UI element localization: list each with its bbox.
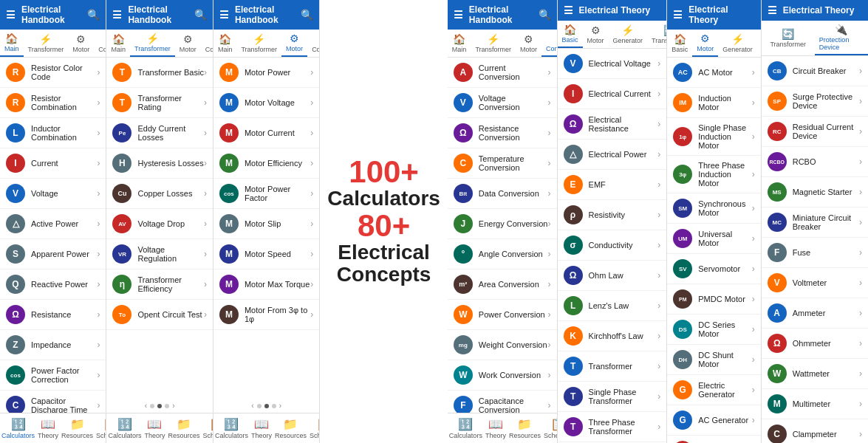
list-item[interactable]: ICurrent›	[0, 148, 106, 179]
scroll-right-2[interactable]: ›	[172, 402, 174, 410]
nav-theory-4[interactable]: 📖Theory	[484, 413, 508, 443]
list-item[interactable]: RResistor Combination›	[0, 88, 106, 118]
tab-main-2[interactable]: 🏠Main	[106, 30, 130, 56]
list-item[interactable]: EEMF›	[558, 170, 667, 200]
list-item[interactable]: TSingle Phase Transformer›	[558, 382, 667, 412]
list-item[interactable]: GDC Generator›	[667, 436, 760, 443]
list-item[interactable]: ΩOhmmeter›	[762, 329, 868, 359]
list-item[interactable]: ΩResistance Conversion›	[448, 118, 557, 148]
search-icon-4[interactable]: 🔍	[539, 9, 551, 21]
list-item[interactable]: ACAC Motor›	[667, 58, 760, 88]
list-item[interactable]: CCapacitor Discharge Time›	[0, 391, 106, 413]
list-item[interactable]: MMultimeter›	[762, 389, 868, 419]
list-item[interactable]: AAmmeter›	[762, 298, 868, 329]
list-item[interactable]: ZImpedance›	[0, 330, 106, 360]
nav-calculators-1[interactable]: 🔢Calculators	[0, 413, 36, 443]
tab-main-1[interactable]: 🏠Main	[0, 30, 24, 57]
tab-transformer-1[interactable]: ⚡Transformer	[24, 30, 69, 56]
tab-basic-6[interactable]: 🏠Basic	[667, 30, 692, 56]
list-item[interactable]: IMInduction Motor›	[667, 88, 760, 118]
tab-transformer-5[interactable]: 🔄Transformer	[647, 21, 667, 47]
scroll-left-2[interactable]: ‹	[145, 402, 147, 410]
nav-resources-4[interactable]: 📁Resources	[508, 413, 542, 443]
list-item[interactable]: MMotor Voltage›	[213, 88, 319, 118]
list-item[interactable]: RCResidual Current Device›	[762, 117, 868, 147]
list-item[interactable]: MSMagnetic Starter›	[762, 177, 868, 207]
tab-motor-3[interactable]: ⚙Motor	[281, 30, 307, 57]
list-item[interactable]: AVVoltage Drop›	[106, 209, 212, 239]
list-item[interactable]: TTransformer›	[558, 351, 667, 382]
nav-calculators-4[interactable]: 🔢Calculators	[448, 413, 484, 443]
nav-schemes-1[interactable]: 📋Schemes	[95, 413, 106, 443]
list-item[interactable]: WPower Conversion›	[448, 300, 557, 330]
search-icon-1[interactable]: 🔍	[87, 9, 100, 21]
scroll-left-3[interactable]: ‹	[251, 402, 253, 410]
list-item[interactable]: HHysteresis Losses›	[106, 148, 212, 179]
list-item[interactable]: 3φThree Phase Induction Motor›	[667, 156, 760, 193]
list-item[interactable]: CuCopper Losses›	[106, 179, 212, 209]
list-item[interactable]: TTransformer Basic›	[106, 58, 212, 88]
list-item[interactable]: CClampmeter›	[762, 419, 868, 443]
list-item[interactable]: DHDC Shunt Motor›	[667, 345, 760, 375]
tab-transformer-4[interactable]: ⚡Transformer	[471, 30, 516, 56]
search-icon-2[interactable]: 🔍	[194, 9, 207, 21]
tab-conversion-4[interactable]: 🔄Conversion	[541, 30, 557, 57]
tab-generator-5[interactable]: ⚡Generator	[609, 21, 648, 47]
list-item[interactable]: mgWeight Conversion›	[448, 330, 557, 360]
list-item[interactable]: σConductivity›	[558, 230, 667, 261]
list-item[interactable]: m²Area Conversion›	[448, 269, 557, 300]
tab-conversion-1[interactable]: 🔄Conversion	[94, 30, 106, 56]
list-item[interactable]: WWork Conversion›	[448, 360, 557, 391]
list-item[interactable]: PeEddy Current Losses›	[106, 118, 212, 148]
list-item[interactable]: ΩResistance›	[0, 300, 106, 330]
list-item[interactable]: ηTransformer Efficiency›	[106, 269, 212, 300]
list-item[interactable]: SPSurge Protective Device›	[762, 86, 868, 117]
nav-theory-1[interactable]: 📖Theory	[36, 413, 60, 443]
list-item[interactable]: SMSynchronous Motor›	[667, 193, 760, 224]
list-item[interactable]: VElectrical Voltage›	[558, 49, 667, 79]
list-item[interactable]: MCMiniature Circuit Breaker›	[762, 207, 868, 238]
list-item[interactable]: FCapacitance Conversion›	[448, 391, 557, 413]
tab-basic-5[interactable]: 🏠Basic	[558, 21, 583, 48]
menu-icon-4[interactable]: ☰	[454, 9, 463, 21]
tab-transformer-2[interactable]: ⚡Transformer	[130, 30, 175, 57]
list-item[interactable]: LInductor Combination›	[0, 118, 106, 148]
list-item[interactable]: GAC Generator›	[667, 405, 760, 436]
list-item[interactable]: BitData Conversion›	[448, 179, 557, 209]
list-item[interactable]: SVServomotor›	[667, 254, 760, 284]
nav-resources-1[interactable]: 📁Resources	[60, 413, 95, 443]
nav-schemes-2[interactable]: 📋Schemes	[202, 413, 213, 443]
list-item[interactable]: MMotor Efficiency›	[213, 148, 319, 179]
tab-protection-7[interactable]: 🔌Protection Device	[815, 21, 868, 55]
nav-theory-2[interactable]: 📖Theory	[143, 413, 166, 443]
nav-calculators-3[interactable]: 🔢Calculators	[213, 413, 250, 443]
tab-main-4[interactable]: 🏠Main	[448, 30, 471, 56]
list-item[interactable]: WWattmeter›	[762, 359, 868, 389]
list-item[interactable]: UMUniversal Motor›	[667, 224, 760, 254]
list-item[interactable]: VVoltmeter›	[762, 268, 868, 298]
list-item[interactable]: LLenz's Law›	[558, 291, 667, 321]
menu-icon-3[interactable]: ☰	[219, 9, 229, 21]
list-item[interactable]: MMotor Max Torque›	[213, 269, 319, 300]
list-item[interactable]: TTransformer Rating›	[106, 88, 212, 118]
nav-schemes-3[interactable]: 📋Schemes	[308, 413, 320, 443]
list-item[interactable]: DSDC Series Motor›	[667, 315, 760, 345]
list-item[interactable]: MMotor Power›	[213, 58, 319, 88]
tab-conversion-2[interactable]: 🔄Conversion	[201, 30, 213, 56]
list-item[interactable]: 1φSingle Phase Induction Motor›	[667, 118, 760, 156]
list-item[interactable]: CBCircuit Breaker›	[762, 56, 868, 86]
list-item[interactable]: MMotor Current›	[213, 118, 319, 148]
list-item[interactable]: VRVoltage Regulation›	[106, 239, 212, 269]
tab-motor-6[interactable]: ⚙Motor	[692, 30, 718, 57]
list-item[interactable]: SApparent Power›	[0, 239, 106, 269]
tab-transformer-7[interactable]: 🔄Transformer	[762, 25, 815, 51]
list-item[interactable]: FFuse›	[762, 238, 868, 268]
list-item[interactable]: ToOpent Circuit Test›	[106, 300, 212, 330]
nav-calculators-2[interactable]: 🔢Calculators	[106, 413, 143, 443]
menu-icon-5[interactable]: ☰	[564, 4, 573, 16]
list-item[interactable]: cosPower Factor Correction›	[0, 360, 106, 391]
menu-icon-6[interactable]: ☰	[673, 9, 683, 21]
search-icon-3[interactable]: 🔍	[301, 9, 313, 21]
list-item[interactable]: TThree Phase Transformer›	[558, 412, 667, 442]
list-item[interactable]: CTemperature Conversion›	[448, 148, 557, 179]
